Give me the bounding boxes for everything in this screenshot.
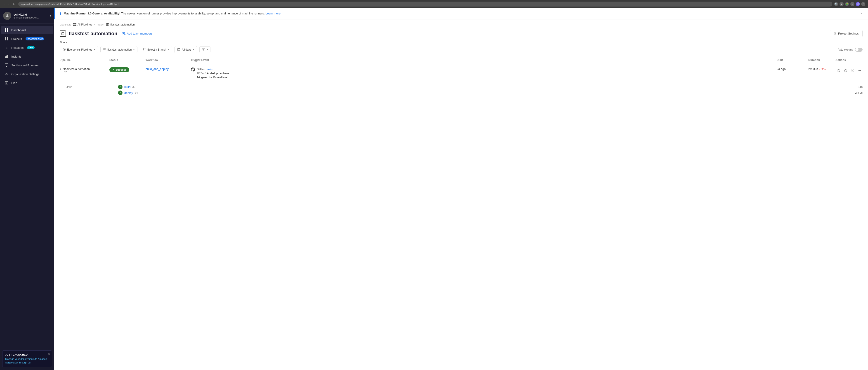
releases-icon: ≡	[4, 45, 8, 50]
avatar	[3, 12, 11, 20]
sidebar-item-self-hosted-runners[interactable]: Self-Hosted Runners	[1, 61, 53, 70]
sidebar-item-releases[interactable]: ≡ Releases NEW	[1, 43, 53, 52]
job-name-deploy[interactable]: deploy	[124, 91, 133, 95]
breadcrumb-project-name: flasktest-automation	[110, 23, 134, 26]
trigger-cell: GitHub: main 1f17ec8 Added_promtheus Tri…	[191, 67, 777, 79]
banner-bold-text: Machine Runner 3.0 General Availability!	[64, 12, 120, 15]
trigger-message: Added_promtheus	[207, 72, 229, 75]
project-title: flasktest-automation	[69, 31, 117, 37]
job-success-icon-deploy: ✓	[118, 91, 123, 95]
svg-rect-6	[7, 37, 8, 40]
more-actions-button[interactable]	[857, 67, 863, 74]
sidebar-projects-label: Projects	[11, 37, 22, 41]
rerun-failed-button[interactable]	[842, 67, 848, 74]
project-filter-icon	[103, 48, 106, 51]
job-duration-build: 11s	[858, 85, 863, 89]
announcement-banner: ℹ Machine Runner 3.0 General Availabilit…	[54, 8, 868, 20]
main-content: ℹ Machine Runner 3.0 General Availabilit…	[54, 8, 868, 370]
breadcrumb-all-pipelines-link[interactable]: All Pipelines	[73, 23, 92, 26]
breadcrumb-separator: ›	[94, 23, 95, 26]
browser-bookmark-icon[interactable]: ★	[839, 2, 844, 6]
sidebar-nav: Dashboard Projects FOLLOW 2 NEW ≡ Releas…	[0, 24, 54, 348]
svg-rect-15	[73, 23, 74, 24]
project-settings-label: Project Settings	[838, 32, 859, 35]
pipeline-expand-icon[interactable]: ▾	[60, 67, 61, 71]
svg-rect-17	[73, 25, 74, 26]
browser-url-bar[interactable]: app.circleci.com/pipelines/circleci/K45C…	[18, 2, 832, 6]
additional-filter-button[interactable]: ▾	[199, 46, 211, 53]
browser-menu-icon[interactable]: ⋮	[861, 2, 865, 6]
job-duration-deploy: 2m 9s	[855, 91, 863, 94]
browser-extension-icon[interactable]: 🧩	[845, 2, 849, 6]
sidebar-item-projects[interactable]: Projects FOLLOW 2 NEW	[1, 35, 53, 43]
svg-rect-18	[75, 25, 76, 26]
svg-point-38	[859, 70, 860, 71]
banner-close-button[interactable]: ×	[860, 11, 864, 15]
browser-reload-btn[interactable]: ↻	[12, 2, 17, 6]
auto-expand-toggle[interactable]	[855, 47, 863, 52]
auto-expand-label: Auto-expand	[838, 48, 853, 51]
additional-filter-chevron-icon: ▾	[207, 48, 208, 51]
browser-search-icon[interactable]: 🔍	[834, 2, 838, 6]
col-actions: Actions	[835, 59, 863, 62]
project-filter[interactable]: flasktest-automation ▾	[100, 46, 137, 53]
svg-rect-3	[5, 30, 6, 32]
checkmark-icon: ✓	[112, 68, 114, 71]
dashboard-icon	[4, 28, 8, 32]
browser-download-icon[interactable]: ↓	[850, 2, 855, 6]
account-info: cci-xi1bxf emmachinemером04…	[13, 13, 48, 19]
cancel-button[interactable]	[849, 67, 856, 74]
svg-point-28	[143, 50, 144, 50]
pipeline-table: Pipeline Status Workflow Trigger Event S…	[54, 56, 868, 370]
browser-actions: 🔍 ★ 🧩 ↓ U ⋮	[834, 2, 865, 6]
pipelines-filter-icon	[63, 47, 66, 52]
app-container: cci-xi1bxf emmachinemером04… ▾ Dashboard…	[0, 8, 868, 370]
banner-learn-more-link[interactable]: Learn more	[266, 12, 280, 15]
releases-badge: NEW	[27, 46, 35, 49]
jobs-section: Jobs ✓ build 33 11s ✓ deploy 34 2m 9s	[60, 83, 863, 97]
triggered-by: Triggered by: EmmaUmeh	[197, 76, 228, 79]
browser-back-btn[interactable]: ‹	[3, 2, 6, 6]
svg-point-0	[6, 14, 8, 16]
gear-icon: ⚙	[834, 32, 836, 35]
list-item: ✓ build 33 11s	[118, 85, 863, 89]
svg-rect-7	[5, 57, 6, 58]
svg-rect-8	[6, 56, 7, 58]
trigger-branch[interactable]: main	[207, 68, 213, 71]
everyone-pipelines-filter[interactable]: Everyone's Pipelines ▾	[60, 46, 98, 53]
browser-forward-btn[interactable]: ›	[7, 2, 10, 6]
workflow-link[interactable]: build_and_deploy	[146, 67, 168, 71]
job-name-build[interactable]: build	[124, 85, 130, 89]
svg-rect-30	[178, 48, 180, 51]
sidebar-item-organization-settings[interactable]: ⚙ Organization Settings	[1, 70, 53, 78]
project-settings-button[interactable]: ⚙ Project Settings	[830, 30, 863, 37]
svg-rect-9	[7, 55, 8, 58]
promo-text[interactable]: Manage your deployments to Amazon SageMa…	[5, 357, 49, 364]
col-status: Status	[110, 59, 146, 62]
banner-description: The newest version of runner provides im…	[121, 12, 265, 15]
add-team-members-button[interactable]: Add team members	[120, 31, 154, 36]
breadcrumb-current-project: flasktest-automation	[106, 23, 134, 26]
branch-filter[interactable]: Select a Branch ▾	[140, 46, 172, 53]
sidebar-item-plan[interactable]: $ Plan	[1, 78, 53, 87]
browser-profile-icon[interactable]: U	[856, 2, 860, 6]
svg-point-39	[860, 70, 861, 71]
sidebar-dashboard-label: Dashboard	[11, 28, 26, 32]
branch-filter-label: Select a Branch	[147, 48, 166, 51]
sidebar-runners-label: Self-Hosted Runners	[11, 64, 39, 67]
col-start: Start	[777, 59, 808, 62]
sidebar-item-insights[interactable]: Insights	[1, 52, 53, 61]
account-switcher[interactable]: cci-xi1bxf emmachinemером04… ▾	[0, 8, 54, 24]
promo-close-button[interactable]: ×	[48, 352, 50, 356]
pipeline-number: 20	[60, 71, 67, 74]
col-trigger: Trigger Event	[191, 59, 777, 62]
url-text: app.circleci.com/pipelines/circleci/K45C…	[21, 3, 119, 5]
breadcrumb-dashboard-section: Dashboard	[60, 24, 71, 26]
start-time: 2d ago	[777, 67, 786, 71]
svg-rect-11	[6, 66, 7, 67]
sidebar-item-dashboard[interactable]: Dashboard	[1, 26, 53, 34]
rerun-button[interactable]	[835, 67, 842, 74]
sidebar-promo: × JUST LAUNCHED! Manage your deployments…	[2, 350, 52, 367]
calendar-icon	[178, 48, 180, 52]
date-filter[interactable]: All days ▾	[175, 46, 197, 53]
